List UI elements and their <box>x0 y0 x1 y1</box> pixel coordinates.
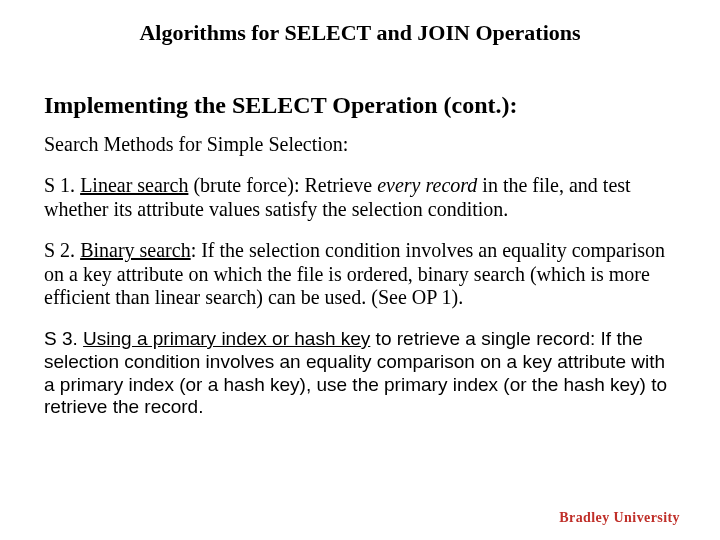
s2-prefix: S 2. <box>44 239 80 261</box>
s1-italic: every record <box>377 174 477 196</box>
slide: Algorithms for SELECT and JOIN Operation… <box>0 0 720 540</box>
s1-prefix: S 1. <box>44 174 80 196</box>
university-logo: Bradley University <box>559 510 680 526</box>
s2-method: Binary search <box>80 239 191 261</box>
method-s2: S 2. Binary search: If the selection con… <box>44 239 676 310</box>
subtitle: Implementing the SELECT Operation (cont.… <box>44 92 676 119</box>
section-label: Search Methods for Simple Selection: <box>44 133 676 156</box>
method-s1: S 1. Linear search (brute force): Retrie… <box>44 174 676 221</box>
s3-prefix: S 3. <box>44 328 83 349</box>
s1-after-method: (brute force): Retrieve <box>188 174 377 196</box>
s3-method: Using a primary index or hash key <box>83 328 370 349</box>
method-s3: S 3. Using a primary index or hash key t… <box>44 328 676 419</box>
s1-method: Linear search <box>80 174 188 196</box>
page-title: Algorithms for SELECT and JOIN Operation… <box>44 20 676 46</box>
